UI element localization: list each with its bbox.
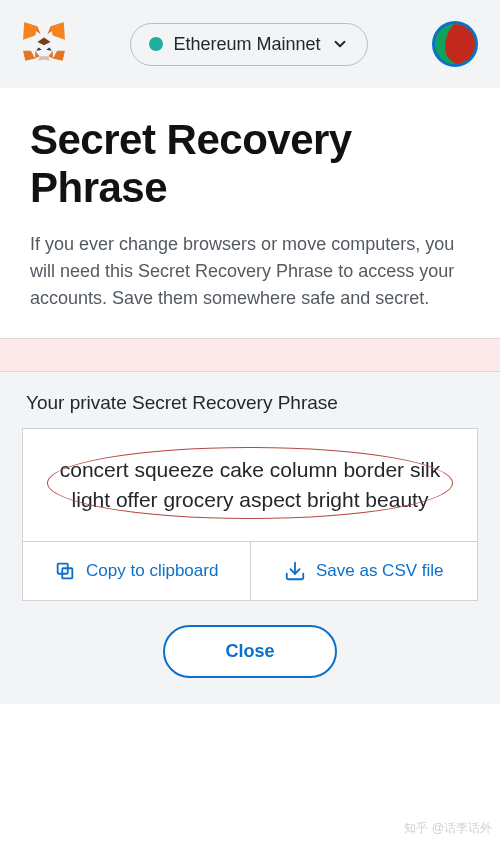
page-description: If you ever change browsers or move comp… [30, 231, 470, 312]
seed-phrase-text[interactable]: concert squeeze cake column border silk … [23, 429, 477, 542]
page-title: Secret Recovery Phrase [30, 116, 470, 213]
metamask-logo-icon [22, 20, 66, 68]
account-avatar[interactable] [432, 21, 478, 67]
svg-marker-7 [48, 51, 52, 59]
phrase-label: Your private Secret Recovery Phrase [22, 392, 478, 414]
save-csv-label: Save as CSV file [316, 561, 444, 581]
watermark-text: 知乎 @话李话外 [404, 820, 492, 837]
save-csv-button[interactable]: Save as CSV file [250, 542, 478, 600]
download-icon [284, 560, 306, 582]
chevron-down-icon [331, 35, 349, 53]
copy-label: Copy to clipboard [86, 561, 218, 581]
phrase-actions-row: Copy to clipboard Save as CSV file [23, 541, 477, 600]
svg-marker-5 [37, 38, 50, 46]
svg-marker-8 [36, 48, 42, 51]
svg-marker-2 [53, 51, 65, 61]
network-selector[interactable]: Ethereum Mainnet [130, 23, 367, 66]
close-button[interactable]: Close [163, 625, 336, 678]
seed-phrase-words: concert squeeze cake column border silk … [60, 458, 441, 511]
copy-to-clipboard-button[interactable]: Copy to clipboard [23, 542, 250, 600]
network-label: Ethereum Mainnet [173, 34, 320, 55]
svg-marker-9 [46, 48, 52, 51]
svg-marker-4 [39, 56, 50, 60]
svg-marker-3 [23, 51, 35, 61]
close-button-wrap: Close [22, 601, 478, 678]
svg-marker-6 [35, 51, 39, 59]
network-status-dot-icon [149, 37, 163, 51]
warning-strip [0, 338, 500, 372]
copy-icon [54, 560, 76, 582]
app-header: Ethereum Mainnet [0, 0, 500, 88]
phrase-section: Your private Secret Recovery Phrase conc… [0, 372, 500, 705]
phrase-box: concert squeeze cake column border silk … [22, 428, 478, 602]
svg-marker-10 [51, 22, 65, 40]
main-content: Secret Recovery Phrase If you ever chang… [0, 88, 500, 312]
svg-marker-11 [23, 22, 37, 40]
